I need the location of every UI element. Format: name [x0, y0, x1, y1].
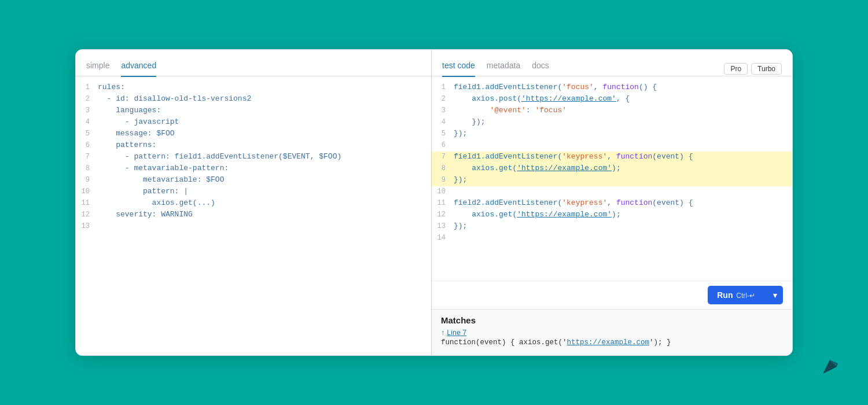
matches-section: Matches ↑Line 7 function(event) { axios.… — [432, 309, 792, 355]
tab-simple[interactable]: simple — [86, 61, 109, 77]
match-line-number[interactable]: Line 7 — [447, 329, 466, 337]
main-card: simple advanced 1 rules: 2 - id: disallo… — [75, 49, 793, 356]
code-line: 1 rules: — [76, 82, 431, 94]
code-line: 12 severity: WARNING — [76, 209, 431, 221]
code-line: 12 axios.get('https://example.com'); — [432, 209, 792, 221]
code-line: 4 }); — [432, 117, 792, 128]
left-tabs: simple advanced — [76, 50, 431, 76]
match-code-line: function(event) { axios.get('https://exa… — [441, 338, 783, 347]
match-arrow-icon: ↑ — [441, 329, 444, 337]
right-tabs-left: test code metadata docs — [442, 50, 549, 76]
code-line: 8 axios.get('https://example.com'); — [432, 163, 792, 175]
right-code-area[interactable]: 1 field1.addEventListener('focus', funct… — [432, 76, 792, 281]
code-line: 6 — [432, 140, 792, 152]
code-line: 10 — [432, 186, 792, 198]
run-kbd: Ctrl-↵ — [736, 292, 755, 300]
right-panel: test code metadata docs Pro Turbo 1 fiel… — [432, 50, 792, 355]
tab-docs[interactable]: docs — [532, 61, 549, 77]
left-panel: simple advanced 1 rules: 2 - id: disallo… — [76, 50, 432, 355]
code-line: 9 }); — [432, 175, 792, 186]
code-line: 13 }); — [432, 221, 792, 233]
code-line: 13 — [76, 221, 431, 233]
code-line: 1 field1.addEventListener('focus', funct… — [432, 82, 792, 94]
code-line: 10 pattern: | — [76, 186, 431, 198]
match-url-link[interactable]: https://example.com — [567, 338, 650, 347]
code-line: 2 axios.post('https://example.com', { — [432, 94, 792, 105]
code-line: 6 patterns: — [76, 140, 431, 152]
turbo-badge[interactable]: Turbo — [751, 63, 782, 75]
run-arrow: ▾ — [767, 286, 783, 304]
code-line: 5 }); — [432, 128, 792, 140]
left-code-area[interactable]: 1 rules: 2 - id: disallow-old-tls-versio… — [76, 76, 431, 355]
right-tabs: test code metadata docs Pro Turbo — [432, 50, 792, 76]
code-line: 5 message: $FOO — [76, 128, 431, 140]
run-bar: Run Ctrl-↵ ▾ — [432, 281, 792, 309]
tab-test-code[interactable]: test code — [442, 61, 475, 77]
code-line: 3 languages: — [76, 105, 431, 117]
match-line-ref: ↑Line 7 — [441, 329, 783, 337]
run-button[interactable]: Run Ctrl-↵ ▾ — [708, 286, 783, 304]
bird-logo — [817, 354, 843, 380]
code-line: 9 metavariable: $FOO — [76, 175, 431, 186]
code-line: 7 field1.addEventListener('keypress', fu… — [432, 152, 792, 163]
code-line: 3 '@event': 'focus' — [432, 105, 792, 117]
code-line: 7 - pattern: field1.addEventListener($EV… — [76, 152, 431, 163]
run-label: Run — [717, 290, 733, 300]
code-line: 8 - metavariable-pattern: — [76, 163, 431, 175]
tab-advanced[interactable]: advanced — [121, 61, 156, 77]
tab-metadata[interactable]: metadata — [487, 61, 520, 77]
right-tabs-right: Pro Turbo — [724, 63, 782, 76]
code-line: 11 field2.addEventListener('keypress', f… — [432, 198, 792, 209]
svg-marker-0 — [823, 360, 837, 374]
code-line: 11 axios.get(...) — [76, 198, 431, 209]
code-line: 14 — [432, 233, 792, 244]
code-line: 4 - javascript — [76, 117, 431, 128]
code-line: 2 - id: disallow-old-tls-versions2 — [76, 94, 431, 105]
pro-badge[interactable]: Pro — [724, 63, 748, 75]
matches-title: Matches — [441, 315, 783, 325]
